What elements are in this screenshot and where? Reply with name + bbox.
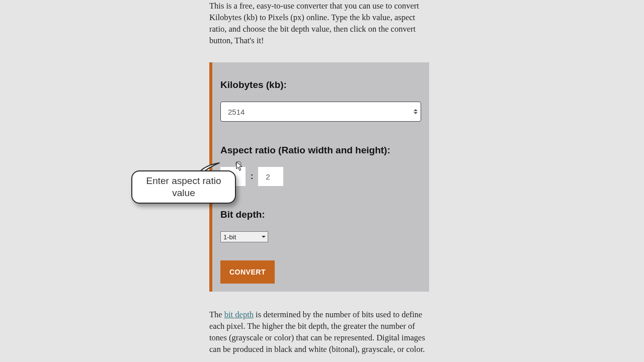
text-fragment: The xyxy=(209,310,224,319)
bitdepth-value: 1-bit xyxy=(223,233,236,241)
aspect-ratio-label: Aspect ratio (Ratio width and height): xyxy=(220,145,421,156)
bitdepth-paragraph: The bit depth is determined by the numbe… xyxy=(209,309,430,355)
intro-text: This is a free, easy-to-use converter th… xyxy=(209,0,430,46)
convert-button[interactable]: CONVERT xyxy=(220,260,275,284)
kb-label: Kilobytes (kb): xyxy=(220,79,421,90)
bitdepth-link[interactable]: bit depth xyxy=(224,310,254,319)
chevron-down-icon xyxy=(414,112,418,114)
bitdepth-label: Bit depth: xyxy=(220,209,421,220)
tooltip-callout: Enter aspect ratio value xyxy=(131,170,236,204)
ratio-separator: : xyxy=(251,172,253,181)
ratio-height-input[interactable] xyxy=(258,167,283,186)
chevron-up-icon xyxy=(414,109,418,111)
converter-panel: Kilobytes (kb): Aspect ratio (Ratio widt… xyxy=(209,62,429,292)
kb-stepper[interactable] xyxy=(414,109,418,114)
bitdepth-select[interactable]: 1-bit xyxy=(220,231,268,242)
chevron-down-icon xyxy=(262,236,266,238)
kb-input[interactable] xyxy=(220,102,421,122)
